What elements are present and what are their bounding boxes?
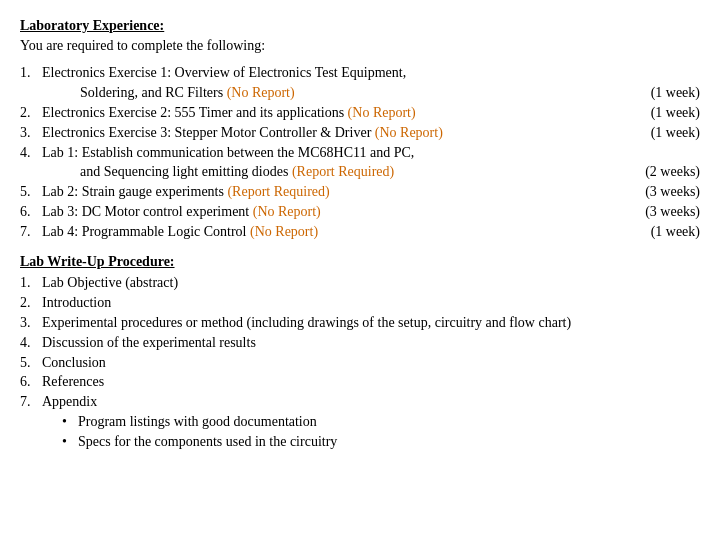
list-content: Lab 2: Strain gauge experiments (Report …	[42, 183, 700, 202]
list-item: 3. Experimental procedures or method (in…	[20, 314, 700, 333]
list-item: • Specs for the components used in the c…	[62, 433, 700, 452]
list-item: 3. Electronics Exercise 3: Stepper Motor…	[20, 124, 700, 143]
writeup-title: Lab Write-Up Procedure:	[20, 254, 700, 270]
bullet-text: Program listings with good documentation	[78, 413, 317, 432]
list-num: 1.	[20, 64, 42, 83]
list-item: 1. Lab Objective (abstract)	[20, 274, 700, 293]
page-content: Laboratory Experience: You are required …	[20, 18, 700, 452]
list-item: 4. Lab 1: Establish communication betwee…	[20, 144, 700, 163]
list-item: 4. Discussion of the experimental result…	[20, 334, 700, 353]
list-content: Electronics Exercise 1: Overview of Elec…	[42, 64, 700, 83]
list-num: 2.	[20, 294, 42, 313]
list-item: 7. Lab 4: Programmable Logic Control (No…	[20, 223, 700, 242]
list-content: Lab 4: Programmable Logic Control (No Re…	[42, 223, 700, 242]
writeup-section: Lab Write-Up Procedure: 1. Lab Objective…	[20, 254, 700, 452]
list-content: References	[42, 373, 700, 392]
list-num: 1.	[20, 274, 42, 293]
list-content: Lab Objective (abstract)	[42, 274, 700, 293]
list-content: Lab 3: DC Motor control experiment (No R…	[42, 203, 700, 222]
list-content: Introduction	[42, 294, 700, 313]
bullet-icon: •	[62, 413, 78, 432]
list-item: 5. Lab 2: Strain gauge experiments (Repo…	[20, 183, 700, 202]
list-item: 6. References	[20, 373, 700, 392]
lab-exercises-section: 1. Electronics Exercise 1: Overview of E…	[20, 64, 700, 242]
list-item: 5. Conclusion	[20, 354, 700, 373]
list-num: 5.	[20, 183, 42, 202]
list-item: • Program listings with good documentati…	[62, 413, 700, 432]
list-content: Electronics Exercise 2: 555 Timer and it…	[42, 104, 700, 123]
appendix-bullets: • Program listings with good documentati…	[20, 413, 700, 452]
lab-exercises-list: 1. Electronics Exercise 1: Overview of E…	[20, 64, 700, 242]
list-content: Discussion of the experimental results	[42, 334, 700, 353]
subtitle: You are required to complete the followi…	[20, 38, 700, 54]
list-num: 7.	[20, 393, 42, 412]
list-num: 6.	[20, 203, 42, 222]
list-indent-line: and Sequencing light emitting diodes (Re…	[20, 163, 700, 182]
list-num: 2.	[20, 104, 42, 123]
list-num: 5.	[20, 354, 42, 373]
list-content: Experimental procedures or method (inclu…	[42, 314, 700, 333]
list-num: 6.	[20, 373, 42, 392]
list-content: Conclusion	[42, 354, 700, 373]
bullet-text: Specs for the components used in the cir…	[78, 433, 337, 452]
list-num: 3.	[20, 314, 42, 333]
list-item: 6. Lab 3: DC Motor control experiment (N…	[20, 203, 700, 222]
writeup-list: 1. Lab Objective (abstract) 2. Introduct…	[20, 274, 700, 412]
list-indent-line: Soldering, and RC Filters (No Report) (1…	[20, 84, 700, 103]
list-content: Appendix	[42, 393, 700, 412]
list-item: 1. Electronics Exercise 1: Overview of E…	[20, 64, 700, 83]
list-content: Lab 1: Establish communication between t…	[42, 144, 700, 163]
page-title: Laboratory Experience:	[20, 18, 700, 34]
list-num: 4.	[20, 334, 42, 353]
list-num: 3.	[20, 124, 42, 143]
list-num: 4.	[20, 144, 42, 163]
list-num: 7.	[20, 223, 42, 242]
list-item: 2. Introduction	[20, 294, 700, 313]
bullet-icon: •	[62, 433, 78, 452]
list-item: 2. Electronics Exercise 2: 555 Timer and…	[20, 104, 700, 123]
list-item: 7. Appendix	[20, 393, 700, 412]
list-content: Electronics Exercise 3: Stepper Motor Co…	[42, 124, 700, 143]
